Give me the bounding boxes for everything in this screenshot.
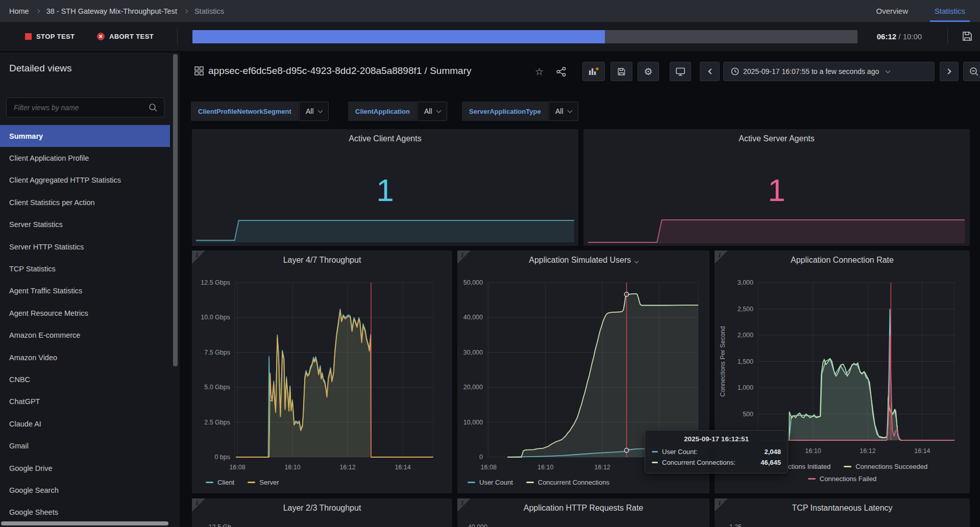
- legend-item[interactable]: Server: [248, 479, 279, 486]
- svg-text:30,000: 30,000: [463, 349, 483, 356]
- filter-views-input-box[interactable]: [6, 97, 164, 117]
- chart-legend: User CountConcurrent Connections: [468, 479, 609, 486]
- progress-fill: [192, 30, 605, 43]
- svg-text:40,000: 40,000: [463, 314, 483, 321]
- svg-text:500: 500: [743, 411, 753, 418]
- axis-label: 12.5 Gb: [209, 523, 231, 527]
- svg-text:3,000: 3,000: [738, 279, 753, 286]
- star-icon[interactable]: ☆: [535, 66, 544, 78]
- elapsed: 06:12: [877, 32, 896, 41]
- breadcrumb-item[interactable]: 38 - STH Gateway Mix-Throughput-Test: [46, 7, 177, 15]
- svg-text:5.0 Gbps: 5.0 Gbps: [204, 384, 230, 391]
- variable-label-clientapplication[interactable]: ClientApplication: [348, 102, 417, 121]
- variable-label-serverapplicationtype[interactable]: ServerApplicationType: [462, 102, 548, 121]
- grafana-test-dashboard: Home38 - STH Gateway Mix-Throughput-Test…: [0, 0, 980, 527]
- svg-text:0 bps: 0 bps: [214, 454, 230, 461]
- legend-item[interactable]: User Count: [468, 479, 513, 486]
- sidebar-horizontal-scrollbar[interactable]: [1, 521, 168, 525]
- sidebar-item-google-sheets[interactable]: Google Sheets: [0, 501, 170, 523]
- sidebar-vertical-scrollbar[interactable]: [173, 54, 178, 366]
- svg-text:16:10: 16:10: [537, 464, 553, 471]
- sidebar-item-tcp-statistics[interactable]: TCP Statistics: [0, 258, 170, 280]
- sidebar-item-chatgpt[interactable]: ChatGPT: [0, 391, 170, 413]
- svg-text:16:12: 16:12: [860, 447, 875, 455]
- svg-text:12.5 Gbps: 12.5 Gbps: [201, 279, 230, 286]
- legend-item[interactable]: Connections Failed: [808, 475, 876, 483]
- tab-overview[interactable]: Overview: [873, 0, 911, 22]
- chevron-right-icon: [184, 9, 188, 13]
- sidebar-item-google-search[interactable]: Google Search: [0, 479, 170, 501]
- variable-value-serverapplicationtype[interactable]: All: [549, 102, 578, 121]
- svg-text:16:10: 16:10: [805, 447, 821, 455]
- time-range-forward-button[interactable]: [940, 62, 959, 81]
- test-elapsed-time: 06:12 / 10:00: [864, 22, 935, 51]
- sidebar-item-amazon-e-commerce[interactable]: Amazon E-commerce: [0, 324, 170, 346]
- nav-tabs: OverviewStatistics: [873, 0, 968, 22]
- axis-label: 40,000: [468, 523, 487, 527]
- sidebar-item-cnbc[interactable]: CNBC: [0, 368, 170, 390]
- panel-application-http-requests-rate: i Application HTTP Requests Rate 40,000: [457, 498, 709, 527]
- divider: [177, 29, 178, 44]
- total: 10:00: [903, 32, 922, 41]
- svg-text:2.5 Gbps: 2.5 Gbps: [204, 419, 230, 426]
- layer47-chart: 0 bps2.5 Gbps5.0 Gbps7.5 Gbps10.0 Gbps12…: [192, 250, 452, 493]
- svg-text:10,000: 10,000: [463, 419, 483, 426]
- axis-label: 1,25: [729, 523, 742, 527]
- svg-text:2,000: 2,000: [738, 332, 753, 339]
- legend-item[interactable]: Concurrent Connections: [526, 479, 609, 486]
- chevron-right-icon: [35, 9, 39, 13]
- sidebar-item-google-drive[interactable]: Google Drive: [0, 457, 170, 479]
- svg-text:10.0 Gbps: 10.0 Gbps: [201, 314, 230, 321]
- svg-text:16:14: 16:14: [914, 447, 930, 455]
- svg-text:1,000: 1,000: [738, 384, 753, 391]
- sidebar-item-agent-traffic-statistics[interactable]: Agent Traffic Statistics: [0, 280, 170, 302]
- tab-statistics[interactable]: Statistics: [932, 0, 968, 22]
- stop-test-label: STOP TEST: [36, 33, 75, 40]
- dashboard-grid-icon: [194, 66, 204, 76]
- sidebar-item-server-http-statistics[interactable]: Server HTTP Statistics: [0, 236, 170, 258]
- sidebar-item-summary[interactable]: Summary: [0, 125, 170, 147]
- sidebar-item-client-aggregated-http-statistics[interactable]: Client Aggregated HTTP Statistics: [0, 169, 170, 191]
- svg-text:50,000: 50,000: [463, 279, 483, 286]
- dashboard-title: appsec-ef6dc5e8-d95c-4923-8dd2-208a5a889…: [208, 65, 471, 77]
- abort-test-button[interactable]: ✕ ABORT TEST: [97, 22, 154, 51]
- sidebar-item-amazon-video[interactable]: Amazon Video: [0, 346, 170, 368]
- panel-layer47-throughput: i Layer 4/7 Throughput 0 bps2.5 Gbps5.0 …: [192, 250, 452, 493]
- panel-active-server-agents: Active Server Agents 1: [583, 129, 970, 246]
- stop-test-button[interactable]: STOP TEST: [25, 22, 75, 51]
- zoom-out-button[interactable]: [963, 62, 980, 81]
- dashboard-settings-button[interactable]: ⚙: [638, 62, 659, 81]
- variable-value-clientapplication[interactable]: All: [418, 102, 447, 121]
- add-panel-button[interactable]: [582, 62, 605, 81]
- sidebar-item-gmail[interactable]: Gmail: [0, 435, 170, 457]
- legend-item[interactable]: Connections Succeeded: [844, 463, 927, 470]
- sidebar-item-client-application-profile[interactable]: Client Application Profile: [0, 147, 170, 169]
- test-progress-bar: [192, 30, 857, 43]
- time-range-back-button[interactable]: [700, 62, 720, 81]
- sidebar-item-client-statistics-per-action[interactable]: Client Statistics per Action: [0, 191, 170, 213]
- filter-views-input[interactable]: [14, 104, 149, 112]
- time-range-picker[interactable]: 2025-09-17 16:07:55 to a few seconds ago: [723, 62, 935, 81]
- sidebar-item-server-statistics[interactable]: Server Statistics: [0, 214, 170, 236]
- tv-mode-button[interactable]: [670, 62, 691, 81]
- share-icon[interactable]: [556, 67, 566, 77]
- detailed-views-sidebar: Detailed views SummaryClient Application…: [0, 53, 180, 527]
- svg-text:16:12: 16:12: [595, 464, 610, 471]
- panel-title: Layer 2/3 Throughput: [192, 504, 452, 513]
- breadcrumb-item[interactable]: Statistics: [194, 7, 224, 15]
- breadcrumb-item[interactable]: Home: [9, 7, 29, 15]
- divider: [947, 29, 948, 44]
- chart-legend: Connections Failed: [715, 475, 970, 483]
- save-results-icon[interactable]: [962, 31, 973, 42]
- sidebar-title: Detailed views: [9, 63, 72, 74]
- svg-text:1,500: 1,500: [738, 358, 753, 365]
- save-dashboard-button[interactable]: [610, 62, 632, 81]
- variable-value-clientprofilenetworksegment[interactable]: All: [299, 102, 329, 121]
- svg-text:16:08: 16:08: [229, 464, 245, 471]
- legend-item[interactable]: Client: [206, 479, 234, 486]
- svg-text:7.5 Gbps: 7.5 Gbps: [204, 349, 230, 356]
- variable-label-clientprofilenetworksegment[interactable]: ClientProfileNetworkSegment: [191, 102, 299, 121]
- sidebar-item-claude-ai[interactable]: Claude AI: [0, 413, 170, 435]
- svg-text:Connections Per Second: Connections Per Second: [719, 326, 726, 396]
- sidebar-item-agent-resource-metrics[interactable]: Agent Resource Metrics: [0, 302, 170, 324]
